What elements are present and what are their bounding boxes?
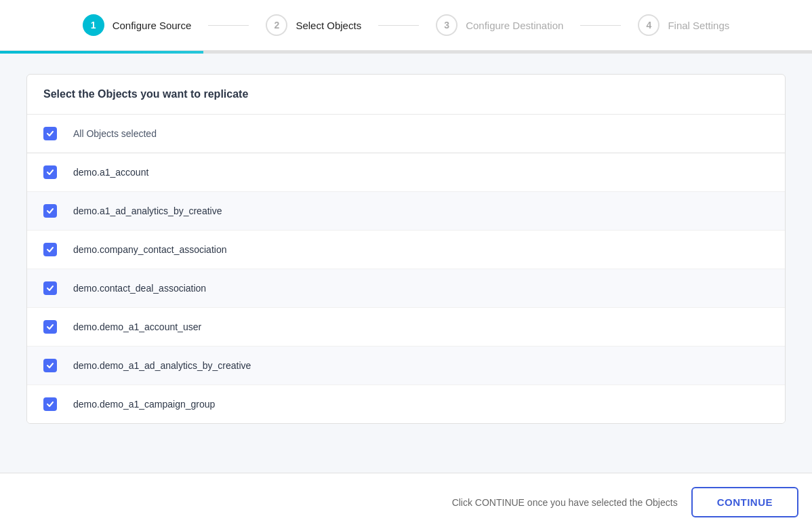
all-objects-checkbox[interactable] bbox=[43, 127, 57, 140]
object-row[interactable]: demo.contact_deal_association bbox=[27, 269, 785, 308]
object-list: All Objects selected demo.a1_account dem… bbox=[27, 115, 785, 423]
object-checkbox[interactable] bbox=[43, 359, 57, 372]
step-3-circle: 3 bbox=[436, 14, 458, 36]
step-2-circle: 2 bbox=[266, 14, 287, 36]
step-divider-3-4 bbox=[580, 25, 621, 26]
stepper-header: 1 Configure Source 2 Select Objects 3 Co… bbox=[0, 0, 812, 51]
object-name: demo.a1_ad_analytics_by_creative bbox=[73, 205, 222, 216]
step-3-number: 3 bbox=[444, 20, 449, 31]
object-row[interactable]: demo.demo_a1_account_user bbox=[27, 308, 785, 347]
object-name: demo.demo_a1_campaign_group bbox=[73, 399, 215, 410]
object-row[interactable]: demo.demo_a1_campaign_group bbox=[27, 385, 785, 423]
footer-hint: Click CONTINUE once you have selected th… bbox=[452, 497, 678, 508]
step-divider-1-2 bbox=[208, 25, 249, 26]
step-1-number: 1 bbox=[91, 20, 96, 31]
object-checkbox-wrapper[interactable] bbox=[43, 359, 68, 372]
object-checkbox-wrapper[interactable] bbox=[43, 320, 68, 334]
step-divider-2-3 bbox=[378, 25, 419, 26]
object-checkbox[interactable] bbox=[43, 243, 57, 256]
object-checkbox[interactable] bbox=[43, 165, 57, 179]
object-name: demo.demo_a1_ad_analytics_by_creative bbox=[73, 360, 251, 371]
step-4-label: Final Settings bbox=[668, 20, 729, 31]
checkmark-icon bbox=[46, 245, 54, 254]
checkmark-icon bbox=[46, 361, 54, 370]
all-objects-row[interactable]: All Objects selected bbox=[27, 115, 785, 153]
object-rows-container: demo.a1_account demo.a1_ad_analytics_by_… bbox=[27, 153, 785, 423]
step-3[interactable]: 3 Configure Destination bbox=[422, 14, 577, 36]
checkmark-icon bbox=[46, 130, 54, 138]
step-2-number: 2 bbox=[275, 20, 280, 31]
step-2-label: Select Objects bbox=[296, 20, 361, 31]
continue-button[interactable]: CONTINUE bbox=[691, 487, 798, 517]
checkmark-icon bbox=[46, 323, 54, 331]
card-header-title: Select the Objects you want to replicate bbox=[43, 88, 248, 100]
checkmark-icon bbox=[46, 207, 54, 215]
object-name: demo.company_contact_association bbox=[73, 244, 226, 255]
step-3-label: Configure Destination bbox=[466, 20, 563, 31]
checkmark-icon bbox=[46, 168, 54, 176]
object-checkbox-wrapper[interactable] bbox=[43, 204, 68, 218]
object-checkbox[interactable] bbox=[43, 320, 57, 334]
step-1[interactable]: 1 Configure Source bbox=[69, 14, 205, 36]
stepper: 1 Configure Source 2 Select Objects 3 Co… bbox=[69, 14, 744, 36]
object-name: demo.contact_deal_association bbox=[73, 283, 206, 294]
all-objects-label: All Objects selected bbox=[73, 128, 157, 139]
object-checkbox-wrapper[interactable] bbox=[43, 281, 68, 295]
checkmark-icon bbox=[46, 284, 54, 292]
all-objects-checkbox-wrapper[interactable] bbox=[43, 127, 68, 140]
object-checkbox-wrapper[interactable] bbox=[43, 165, 68, 179]
object-checkbox[interactable] bbox=[43, 281, 57, 295]
card-header: Select the Objects you want to replicate bbox=[27, 75, 785, 115]
step-4[interactable]: 4 Final Settings bbox=[624, 14, 743, 36]
object-checkbox-wrapper[interactable] bbox=[43, 243, 68, 256]
object-checkbox[interactable] bbox=[43, 397, 57, 411]
step-4-circle: 4 bbox=[638, 14, 659, 36]
checkmark-icon bbox=[46, 400, 54, 408]
objects-card: Select the Objects you want to replicate… bbox=[26, 74, 786, 424]
step-2[interactable]: 2 Select Objects bbox=[252, 14, 375, 36]
object-name: demo.a1_account bbox=[73, 167, 148, 178]
step-1-label: Configure Source bbox=[113, 20, 192, 31]
step-1-circle: 1 bbox=[83, 14, 104, 36]
footer: Click CONTINUE once you have selected th… bbox=[0, 473, 812, 531]
object-row[interactable]: demo.a1_account bbox=[27, 153, 785, 192]
object-name: demo.demo_a1_account_user bbox=[73, 321, 201, 332]
object-checkbox[interactable] bbox=[43, 204, 57, 218]
step-4-number: 4 bbox=[647, 20, 652, 31]
main-content: Select the Objects you want to replicate… bbox=[13, 54, 799, 478]
object-row[interactable]: demo.company_contact_association bbox=[27, 231, 785, 269]
object-row[interactable]: demo.a1_ad_analytics_by_creative bbox=[27, 192, 785, 231]
object-checkbox-wrapper[interactable] bbox=[43, 397, 68, 411]
object-row[interactable]: demo.demo_a1_ad_analytics_by_creative bbox=[27, 347, 785, 385]
